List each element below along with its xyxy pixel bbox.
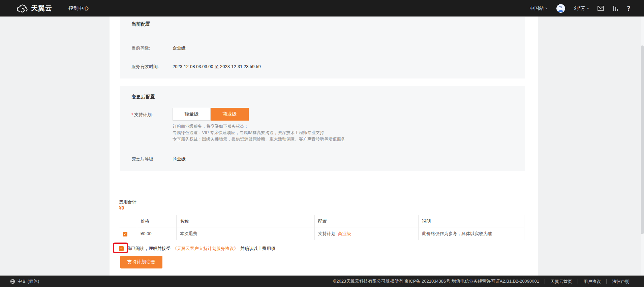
row-config-value: 商业级 <box>338 231 351 236</box>
footer-link-legal[interactable]: 法律声明 <box>606 279 630 284</box>
caret-down-icon: ▾ <box>587 7 589 10</box>
after-level-value: 商业级 <box>173 156 186 162</box>
current-level-label: 当前等级: <box>131 45 150 51</box>
language-label: 中文 (简体) <box>18 278 39 284</box>
scrollbar-thumb[interactable] <box>641 45 644 234</box>
user-menu[interactable]: 刘*芳 ▾ <box>574 5 589 11</box>
navbar-right: 中国站 ∨ 刘*芳 ▾ <box>530 4 631 13</box>
row-checkbox[interactable]: ✓ <box>123 232 127 236</box>
nav-console-link[interactable]: 控制中心 <box>68 5 89 11</box>
row-price: ¥0.00 <box>137 227 176 240</box>
row-note: 此价格仅作为参考，具体以实收为准 <box>419 227 524 240</box>
required-asterisk: * <box>131 112 133 117</box>
change-config-title: 变更后配置 <box>131 94 155 100</box>
current-level-value: 企业级 <box>173 45 186 51</box>
region-label: 中国站 <box>530 5 544 11</box>
service-period-label: 服务有效时间: <box>131 64 159 70</box>
mail-icon[interactable] <box>597 6 604 11</box>
table-row: ✓ ¥0.00 本次退费 支持计划: 商业级 此价格仅作为参考，具体以实收为准 <box>119 227 524 240</box>
benefit-line: 订购商业级服务，将享受如下服务权益： <box>173 123 345 130</box>
cost-table: 价格 名称 配置 说明 ✓ ¥0.00 本次退费 支持计划: 商业级 此价格仅作… <box>119 215 524 240</box>
after-level-label: 变更后等级: <box>131 156 155 162</box>
row-config-label: 支持计划: <box>318 231 337 236</box>
agreement-suffix: 并确认以上费用项 <box>240 246 275 252</box>
agreement-checkbox[interactable]: ✓ <box>119 246 124 251</box>
username: 刘*芳 <box>574 5 585 11</box>
current-config-title: 当前配置 <box>131 21 150 27</box>
benefit-line: 专属绿色通道：VIP 专席快速响应，专属IM群高效沟通，资深技术工程师专业支持 <box>173 130 345 136</box>
support-plan-toggle: 轻量级 商业级 <box>173 108 249 121</box>
agreement-prefix: 我已阅读，理解并接受 <box>127 246 171 252</box>
benefit-line: 专享服务权益：围绕关键场景，提供资源健康诊断、重大活动保障、客户声音聆听等增值服… <box>173 136 345 142</box>
footer-link-home[interactable]: 天翼云首页 <box>545 279 572 284</box>
top-navbar: 天翼云 控制中心 中国站 ∨ 刘*芳 ▾ <box>0 0 644 17</box>
row-config: 支持计划: 商业级 <box>314 227 419 240</box>
service-period-value: 2023-12-08 03:03:00 至 2023-12-31 23:59:5… <box>173 64 261 70</box>
plan-benefits: 订购商业级服务，将享受如下服务权益： 专属绿色通道：VIP 专席快速响应，专属I… <box>173 123 345 142</box>
cost-total-amount: ¥0 <box>119 205 124 211</box>
plan-option-light[interactable]: 轻量级 <box>173 108 211 121</box>
price-column-header: 价格 <box>137 215 176 227</box>
avatar[interactable] <box>556 4 565 13</box>
copyright-text: ©2023天翼云科技有限公司版权所有 京ICP备 2021034386号 增值电… <box>333 278 539 284</box>
row-checkbox-cell: ✓ <box>119 227 137 240</box>
globe-icon <box>10 279 15 284</box>
page-footer: 中文 (简体) ©2023天翼云科技有限公司版权所有 京ICP备 2021034… <box>0 276 644 287</box>
plan-option-business[interactable]: 商业级 <box>211 108 249 121</box>
stats-icon[interactable] <box>613 6 618 11</box>
chevron-down-icon: ∨ <box>545 7 548 10</box>
help-icon[interactable]: ? <box>627 5 631 12</box>
region-selector[interactable]: 中国站 ∨ <box>530 5 548 11</box>
change-config-panel: 变更后配置 *支持计划: 轻量级 商业级 订购商业级服务，将享受如下服务权益： … <box>120 86 525 171</box>
config-column-header: 配置 <box>314 215 419 227</box>
support-plan-label: *支持计划: <box>131 112 153 118</box>
checkbox-column-header <box>119 215 137 227</box>
support-plan-label-text: 支持计划: <box>134 112 153 117</box>
cost-table-header-row: 价格 名称 配置 说明 <box>119 215 524 227</box>
agreement-row: ✓ 我已阅读，理解并接受 《天翼云客户支持计划服务协议》 并确认以上费用项 <box>119 246 275 252</box>
cloud-logo-icon[interactable] <box>16 4 28 13</box>
navbar-left: 天翼云 控制中心 <box>16 4 89 13</box>
agreement-link[interactable]: 《天翼云客户支持计划服务协议》 <box>173 246 238 252</box>
brand-name[interactable]: 天翼云 <box>31 4 52 13</box>
name-column-header: 名称 <box>176 215 314 227</box>
footer-right: ©2023天翼云科技有限公司版权所有 京ICP备 2021034386号 增值电… <box>333 278 630 284</box>
submit-plan-change-button[interactable]: 支持计划变更 <box>120 256 162 268</box>
note-column-header: 说明 <box>419 215 524 227</box>
current-config-panel: 当前配置 当前等级: 企业级 服务有效时间: 2023-12-08 03:03:… <box>120 17 525 78</box>
cost-total-title: 费用合计 <box>119 199 136 205</box>
row-name: 本次退费 <box>176 227 314 240</box>
language-selector[interactable]: 中文 (简体) <box>10 278 39 284</box>
footer-link-agreement[interactable]: 用户协议 <box>578 279 601 284</box>
